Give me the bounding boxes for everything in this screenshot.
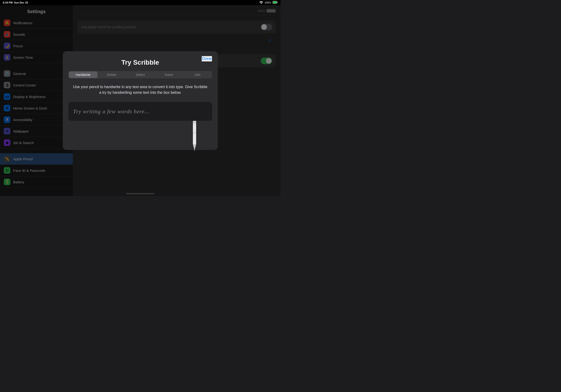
svg-rect-6 [193, 121, 196, 124]
status-bar-left: 6:34 PM Sun Dec 19 [3, 1, 28, 4]
done-button[interactable]: Done [202, 56, 212, 62]
status-bar: 6:34 PM Sun Dec 19 100% [0, 0, 280, 5]
time: 6:34 PM [3, 1, 13, 4]
svg-text:Pencil: Pencil [193, 132, 196, 133]
scribble-modal: Done Try Scribble HandwriteDeleteSelectI… [63, 51, 218, 150]
modal-tab-delete[interactable]: Delete [97, 71, 126, 78]
battery-icon [272, 1, 278, 4]
svg-rect-1 [273, 1, 277, 3]
date: Sun Dec 19 [14, 1, 28, 4]
modal-description: Use your pencil to handwrite in any text… [68, 84, 212, 95]
modal-tab-join[interactable]: Join [183, 71, 212, 78]
modal-tabs: HandwriteDeleteSelectInsertJoin [68, 71, 212, 78]
modal-writing-area[interactable]: Try writing a few words here... [68, 102, 212, 121]
modal-title: Try Scribble [68, 59, 212, 66]
modal-tab-select[interactable]: Select [126, 71, 155, 78]
modal-tab-handwrite[interactable]: Handwrite [69, 71, 97, 78]
modal-tab-insert[interactable]: Insert [155, 71, 183, 78]
battery-percentage: 100% [265, 1, 271, 4]
writing-placeholder: Try writing a few words here... [73, 108, 149, 115]
svg-rect-2 [277, 2, 278, 3]
modal-bottom-area: Pencil [68, 126, 212, 144]
wifi-icon [259, 1, 263, 4]
status-bar-right: 100% [259, 1, 278, 4]
svg-marker-5 [194, 149, 195, 151]
modal-overlay: Done Try Scribble HandwriteDeleteSelectI… [0, 5, 280, 196]
pencil-illustration: Pencil [186, 121, 203, 154]
